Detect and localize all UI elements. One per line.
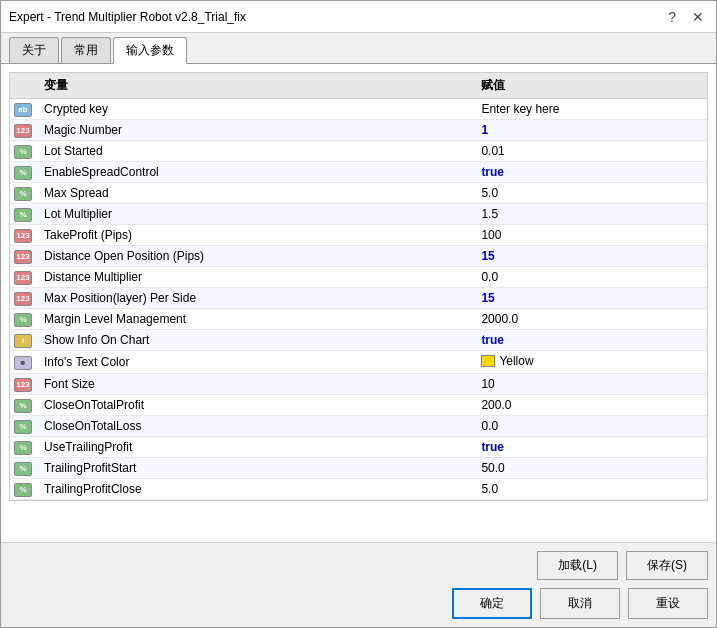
- table-row[interactable]: 123Distance Open Position (Pips)15: [10, 246, 707, 267]
- pct-icon: %: [14, 483, 32, 497]
- pct-icon: %: [14, 441, 32, 455]
- col-value-header: 赋值: [473, 73, 707, 99]
- param-value[interactable]: 2000.0: [473, 309, 707, 330]
- close-button[interactable]: ✕: [688, 9, 708, 25]
- param-value-text: 15: [481, 249, 494, 263]
- param-value[interactable]: 0.0: [473, 416, 707, 437]
- tab-common[interactable]: 常用: [61, 37, 111, 63]
- row-icon: 123: [10, 120, 36, 141]
- row-icon: i: [10, 330, 36, 351]
- param-name: TrailingProfitClose: [36, 479, 473, 500]
- param-value[interactable]: 1.5: [473, 204, 707, 225]
- table-row[interactable]: 123TakeProfit (Pips)100: [10, 225, 707, 246]
- param-value[interactable]: 200.0: [473, 395, 707, 416]
- row-icon: %: [10, 183, 36, 204]
- param-value[interactable]: 0.0: [473, 267, 707, 288]
- table-row[interactable]: ■Info's Text ColorYellow: [10, 351, 707, 374]
- ok-cancel-reset-buttons: 确定 取消 重设: [9, 588, 708, 619]
- param-value[interactable]: 15: [473, 288, 707, 309]
- param-value[interactable]: true: [473, 437, 707, 458]
- pct-icon: %: [14, 420, 32, 434]
- params-table-container[interactable]: 变量 赋值 abCrypted keyEnter key here123Magi…: [9, 72, 708, 501]
- table-row[interactable]: %Margin Level Management2000.0: [10, 309, 707, 330]
- param-value[interactable]: 5.0: [473, 479, 707, 500]
- params-table: 变量 赋值 abCrypted keyEnter key here123Magi…: [10, 73, 707, 500]
- tab-input-params[interactable]: 输入参数: [113, 37, 187, 64]
- 123-icon: 123: [14, 292, 32, 306]
- row-icon: 123: [10, 225, 36, 246]
- tab-about[interactable]: 关于: [9, 37, 59, 63]
- row-icon: %: [10, 458, 36, 479]
- table-row[interactable]: abCrypted keyEnter key here: [10, 99, 707, 120]
- col-variable-header: 变量: [36, 73, 473, 99]
- param-value[interactable]: 15: [473, 246, 707, 267]
- table-row[interactable]: %EnableSpreadControltrue: [10, 162, 707, 183]
- 123-icon: 123: [14, 124, 32, 138]
- param-value[interactable]: 1: [473, 120, 707, 141]
- row-icon: %: [10, 395, 36, 416]
- save-button[interactable]: 保存(S): [626, 551, 708, 580]
- 123-icon: 123: [14, 229, 32, 243]
- param-name: Info's Text Color: [36, 351, 473, 374]
- table-row[interactable]: iShow Info On Charttrue: [10, 330, 707, 351]
- row-icon: %: [10, 204, 36, 225]
- row-icon: 123: [10, 267, 36, 288]
- table-header-row: 变量 赋值: [10, 73, 707, 99]
- param-name: Lot Started: [36, 141, 473, 162]
- table-row[interactable]: %UseTrailingProfittrue: [10, 437, 707, 458]
- table-row[interactable]: %TrailingProfitClose5.0: [10, 479, 707, 500]
- param-value[interactable]: 0.01: [473, 141, 707, 162]
- table-row[interactable]: 123Distance Multiplier0.0: [10, 267, 707, 288]
- table-row[interactable]: %CloseOnTotalProfit200.0: [10, 395, 707, 416]
- table-row[interactable]: 123Magic Number1: [10, 120, 707, 141]
- param-value[interactable]: 50.0: [473, 458, 707, 479]
- param-value[interactable]: 100: [473, 225, 707, 246]
- param-value[interactable]: Yellow: [473, 351, 707, 374]
- param-name: UseTrailingProfit: [36, 437, 473, 458]
- param-name: CloseOnTotalLoss: [36, 416, 473, 437]
- main-window: Expert - Trend Multiplier Robot v2.8_Tri…: [0, 0, 717, 628]
- table-row[interactable]: %Lot Multiplier1.5: [10, 204, 707, 225]
- pct-icon: %: [14, 313, 32, 327]
- param-name: Show Info On Chart: [36, 330, 473, 351]
- row-icon: 123: [10, 374, 36, 395]
- ab-icon: ab: [14, 103, 32, 117]
- titlebar: Expert - Trend Multiplier Robot v2.8_Tri…: [1, 1, 716, 33]
- param-value-text: true: [481, 333, 504, 347]
- param-value[interactable]: 10: [473, 374, 707, 395]
- color-icon: ■: [14, 356, 32, 370]
- table-row[interactable]: %Max Spread5.0: [10, 183, 707, 204]
- tab-content: 变量 赋值 abCrypted keyEnter key here123Magi…: [1, 64, 716, 542]
- table-row[interactable]: %TrailingProfitStart50.0: [10, 458, 707, 479]
- param-value[interactable]: Enter key here: [473, 99, 707, 120]
- row-icon: ■: [10, 351, 36, 374]
- pct-icon: %: [14, 462, 32, 476]
- info-icon: i: [14, 334, 32, 348]
- row-icon: %: [10, 437, 36, 458]
- param-value[interactable]: true: [473, 162, 707, 183]
- table-row[interactable]: %Lot Started0.01: [10, 141, 707, 162]
- ok-button[interactable]: 确定: [452, 588, 532, 619]
- reset-button[interactable]: 重设: [628, 588, 708, 619]
- table-row[interactable]: 123Font Size10: [10, 374, 707, 395]
- row-icon: 123: [10, 288, 36, 309]
- param-name: Distance Open Position (Pips): [36, 246, 473, 267]
- help-button[interactable]: ?: [664, 9, 680, 25]
- param-value[interactable]: true: [473, 330, 707, 351]
- param-name: EnableSpreadControl: [36, 162, 473, 183]
- 123-icon: 123: [14, 271, 32, 285]
- row-icon: %: [10, 141, 36, 162]
- cancel-button[interactable]: 取消: [540, 588, 620, 619]
- pct-icon: %: [14, 145, 32, 159]
- param-value[interactable]: 5.0: [473, 183, 707, 204]
- titlebar-controls: ? ✕: [664, 9, 708, 25]
- col-icon-header: [10, 73, 36, 99]
- table-row[interactable]: %CloseOnTotalLoss0.0: [10, 416, 707, 437]
- table-row[interactable]: 123Max Position(layer) Per Side15: [10, 288, 707, 309]
- param-name: TrailingProfitStart: [36, 458, 473, 479]
- param-value-text: true: [481, 165, 504, 179]
- pct-icon: %: [14, 187, 32, 201]
- load-button[interactable]: 加载(L): [537, 551, 618, 580]
- param-name: CloseOnTotalProfit: [36, 395, 473, 416]
- bottom-area: 加载(L) 保存(S) 确定 取消 重设: [1, 542, 716, 627]
